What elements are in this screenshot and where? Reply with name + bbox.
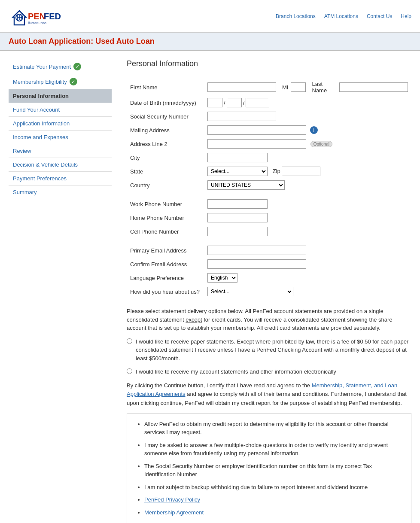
statement-section: Please select statement delivery options…	[127, 307, 411, 523]
city-input[interactable]	[207, 153, 268, 162]
sidebar-label: Application Information	[13, 120, 70, 127]
electronic-statement-radio[interactable]	[127, 368, 132, 374]
svg-text:Credit Union: Credit Union	[30, 21, 46, 24]
header: PEN FED ® Credit Union Branch Locations …	[0, 0, 420, 33]
sidebar-item-decision[interactable]: Decision & Vehicle Details	[9, 158, 112, 172]
city-label: City	[127, 151, 204, 164]
membership-agreement-link-item: Membership Agreement	[144, 508, 402, 517]
sidebar-label: Membership Eligibility	[13, 79, 67, 85]
sidebar-label: Decision & Vehicle Details	[13, 161, 78, 168]
bullet-item-2: I may be asked to answer a few multiple-…	[144, 441, 402, 458]
mi-label: MI	[282, 84, 288, 91]
delivery-intro: Please select statement delivery options…	[127, 307, 411, 332]
sidebar-label: Payment Preferences	[13, 175, 67, 182]
electronic-statement-option: I would like to receive my account state…	[127, 368, 411, 376]
contact-us-link[interactable]: Contact Us	[367, 13, 392, 19]
mailing-label: Mailing Address	[127, 123, 204, 137]
sidebar-item-payment[interactable]: Payment Preferences	[9, 172, 112, 185]
work-phone-label: Work Phone Number	[127, 197, 204, 211]
page-title-bar: Auto Loan Application: Used Auto Loan	[0, 33, 420, 51]
confirm-email-input[interactable]	[207, 259, 306, 269]
primary-email-label: Primary Email Address	[127, 243, 204, 257]
home-phone-label: Home Phone Number	[127, 211, 204, 225]
sidebar-item-review[interactable]: Review	[9, 144, 112, 158]
info-icon[interactable]: i	[310, 126, 318, 134]
language-label: Language Preference	[127, 271, 204, 285]
dob-group: / /	[207, 98, 408, 107]
sidebar-item-summary[interactable]: Summary	[9, 185, 112, 199]
bullet-item-1: Allow PenFed to obtain my credit report …	[144, 420, 402, 437]
content-area: Personal Information First Name MI Last …	[118, 59, 411, 523]
hear-label: How did you hear about us?	[127, 285, 204, 298]
sidebar-label: Income and Expenses	[13, 134, 68, 140]
country-label: Country	[127, 178, 204, 192]
name-group: MI Last Name	[207, 81, 408, 94]
main-container: Estimate Your Payment ✓ Membership Eligi…	[0, 51, 420, 523]
help-link[interactable]: Help	[401, 13, 411, 19]
zip-input[interactable]	[282, 167, 320, 176]
country-select[interactable]: UNITED STATES	[207, 180, 285, 190]
sidebar-item-personal[interactable]: Personal Information	[9, 89, 112, 103]
zip-label: Zip	[273, 168, 280, 174]
page-title: Auto Loan Application: Used Auto Loan	[9, 37, 411, 46]
sidebar-label: Review	[13, 148, 31, 154]
sidebar: Estimate Your Payment ✓ Membership Eligi…	[9, 59, 118, 523]
dob-label: Date of Birth (mm/dd/yyyy)	[127, 96, 204, 109]
primary-email-input[interactable]	[207, 246, 306, 255]
hear-select[interactable]: Select...	[207, 287, 293, 296]
cell-phone-label: Cell Phone Number	[127, 225, 204, 238]
membership-disclosures-link-item: Membership Disclosures	[144, 521, 402, 523]
bullet-list: Allow PenFed to obtain my credit report …	[136, 420, 402, 523]
atm-locations-link[interactable]: ATM Locations	[324, 13, 358, 19]
state-label: State	[127, 164, 204, 178]
bullet-box: Allow PenFed to obtain my credit report …	[127, 413, 411, 523]
svg-text:PEN: PEN	[28, 12, 46, 21]
privacy-policy-link[interactable]: PenFed Privacy Policy	[144, 496, 200, 503]
address2-input[interactable]	[207, 139, 306, 149]
sidebar-item-application[interactable]: Application Information	[9, 117, 112, 131]
state-select[interactable]: Select...	[207, 167, 268, 176]
paper-statement-label: I would like to receive paper statements…	[136, 338, 411, 363]
first-name-input[interactable]	[207, 82, 276, 92]
penfed-logo: PEN FED ® Credit Union	[9, 4, 69, 28]
logo-area: PEN FED ® Credit Union	[9, 4, 69, 28]
agreement-text: By clicking the Continue button, I certi…	[127, 381, 411, 408]
dob-year-input[interactable]	[246, 98, 269, 107]
work-phone-input[interactable]	[207, 199, 268, 209]
header-nav: Branch Locations ATM Locations Contact U…	[276, 13, 411, 19]
privacy-policy-link-item: PenFed Privacy Policy	[144, 496, 402, 504]
svg-text:FED: FED	[44, 12, 61, 21]
sidebar-item-membership[interactable]: Membership Eligibility ✓	[9, 74, 112, 89]
bullet-item-4: I am not subject to backup withholding d…	[144, 483, 402, 492]
confirm-email-label: Confirm Email Address	[127, 257, 204, 271]
last-name-input[interactable]	[339, 82, 408, 92]
check-icon-membership: ✓	[70, 78, 77, 85]
sidebar-label: Fund Your Account	[13, 106, 60, 113]
dob-month-input[interactable]	[207, 98, 222, 107]
last-name-label: Last Name	[312, 81, 337, 94]
mi-input[interactable]	[291, 82, 306, 92]
check-icon-estimate: ✓	[73, 63, 81, 70]
paper-statement-radio[interactable]	[127, 338, 132, 344]
first-name-label: First Name	[127, 79, 204, 96]
bullet-item-3: The Social Security Number or employer i…	[144, 462, 402, 479]
home-phone-input[interactable]	[207, 213, 268, 222]
language-select[interactable]: English Spanish	[207, 273, 237, 283]
section-title: Personal Information	[127, 59, 411, 72]
dob-day-input[interactable]	[227, 98, 242, 107]
except-text: except	[186, 316, 202, 323]
ssn-input[interactable]	[207, 112, 276, 121]
ssn-label: Social Security Number	[127, 109, 204, 123]
membership-agreement-link[interactable]: Membership Agreement	[144, 509, 204, 516]
branch-locations-link[interactable]: Branch Locations	[276, 13, 316, 19]
cell-phone-input[interactable]	[207, 227, 268, 236]
paper-statement-option: I would like to receive paper statements…	[127, 338, 411, 363]
sidebar-item-fund[interactable]: Fund Your Account	[9, 103, 112, 117]
sidebar-item-income[interactable]: Income and Expenses	[9, 131, 112, 144]
personal-info-form: First Name MI Last Name Date of Birth (m…	[127, 79, 411, 298]
sidebar-item-estimate[interactable]: Estimate Your Payment ✓	[9, 59, 112, 74]
sidebar-label: Personal Information	[13, 93, 69, 99]
sidebar-label: Summary	[13, 189, 37, 195]
mailing-address-input[interactable]	[207, 125, 306, 135]
address2-label: Address Line 2	[127, 137, 204, 151]
